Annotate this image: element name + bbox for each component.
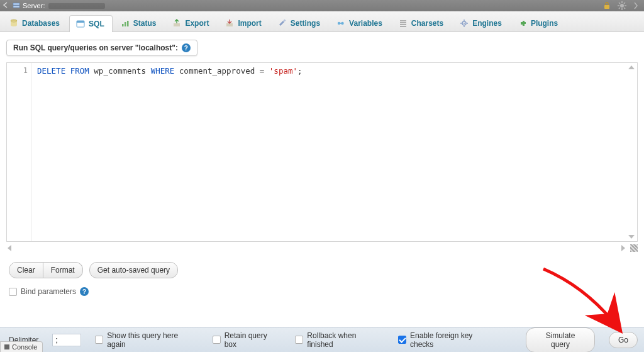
tab-engines[interactable]: Engines bbox=[453, 14, 510, 31]
svg-line-11 bbox=[624, 3, 625, 4]
show-again-checkbox[interactable] bbox=[95, 336, 103, 344]
tab-label: Plugins bbox=[531, 19, 558, 28]
svg-line-8 bbox=[619, 3, 620, 4]
svg-point-29 bbox=[464, 23, 465, 24]
svg-point-3 bbox=[620, 4, 624, 8]
svg-rect-0 bbox=[13, 3, 19, 5]
databases-icon bbox=[9, 19, 18, 28]
export-icon bbox=[172, 19, 181, 28]
import-icon bbox=[225, 19, 234, 28]
scroll-down-icon[interactable] bbox=[628, 235, 635, 239]
sql-editor[interactable]: 1 DELETE FROM wp_comments WHERE comment_… bbox=[6, 62, 638, 242]
svg-rect-15 bbox=[77, 21, 84, 23]
sql-panel: Run SQL query/queries on server "localho… bbox=[0, 32, 644, 301]
clear-button[interactable]: Clear bbox=[9, 262, 43, 278]
fk-checks-checkbox[interactable] bbox=[398, 336, 406, 344]
tab-label: Status bbox=[133, 19, 157, 28]
svg-rect-2 bbox=[604, 5, 609, 9]
tab-plugins[interactable]: Plugins bbox=[511, 14, 566, 31]
svg-rect-18 bbox=[127, 21, 129, 26]
svg-rect-19 bbox=[174, 23, 180, 26]
tab-charsets[interactable]: Charsets bbox=[392, 14, 452, 31]
gear-icon[interactable] bbox=[618, 1, 626, 10]
editor-body[interactable]: DELETE FROM wp_comments WHERE comment_ap… bbox=[32, 63, 637, 241]
get-autosaved-button[interactable]: Get auto-saved query bbox=[89, 262, 178, 278]
help-icon[interactable]: ? bbox=[80, 287, 89, 296]
rollback-label: Rollback when finished bbox=[307, 331, 384, 349]
query-heading: Run SQL query/queries on server "localho… bbox=[13, 43, 178, 52]
svg-rect-21 bbox=[283, 19, 286, 21]
sql-kw: DELETE bbox=[37, 66, 65, 76]
editor-gutter: 1 bbox=[7, 63, 32, 241]
scroll-left-icon[interactable] bbox=[8, 245, 11, 251]
query-heading-box: Run SQL query/queries on server "localho… bbox=[6, 40, 197, 56]
editor-hscroll[interactable] bbox=[6, 243, 638, 253]
delimiter-input[interactable] bbox=[52, 334, 81, 346]
tab-settings[interactable]: Settings bbox=[271, 14, 328, 31]
tab-label: SQL bbox=[89, 20, 104, 28]
sql-string: 'spam' bbox=[269, 66, 297, 76]
bind-params-label: Bind parameters bbox=[21, 287, 76, 296]
editor-buttons: Clear Format Get auto-saved query bbox=[6, 262, 638, 278]
retain-checkbox[interactable] bbox=[213, 336, 221, 344]
tab-status[interactable]: Status bbox=[114, 14, 165, 31]
sql-kw: FROM bbox=[70, 66, 89, 76]
tab-sql[interactable]: SQL bbox=[69, 15, 113, 32]
tab-variables[interactable]: Variables bbox=[330, 14, 391, 31]
go-button[interactable]: Go bbox=[609, 332, 638, 348]
tabbar: Databases SQL Status Export Import Setti… bbox=[0, 11, 644, 32]
bind-params-checkbox[interactable] bbox=[9, 288, 17, 296]
format-button[interactable]: Format bbox=[43, 262, 83, 278]
rollback-checkbox[interactable] bbox=[295, 336, 303, 344]
titlebar-label: Server: bbox=[23, 2, 45, 9]
svg-line-9 bbox=[624, 8, 625, 9]
tab-label: Settings bbox=[291, 19, 320, 28]
svg-rect-17 bbox=[125, 22, 126, 26]
footer-bar: Delimiter Show this query here again Ret… bbox=[0, 327, 644, 352]
sql-punct: ; bbox=[297, 66, 303, 76]
sql-ident: comment_approved bbox=[179, 66, 255, 76]
svg-line-10 bbox=[619, 8, 620, 9]
fk-checks-label: Enable foreign key checks bbox=[410, 331, 498, 349]
tab-label: Import bbox=[238, 19, 261, 28]
show-again-label: Show this query here again bbox=[107, 331, 198, 349]
tab-databases[interactable]: Databases bbox=[3, 14, 68, 31]
simulate-query-button[interactable]: Simulate query bbox=[526, 327, 595, 353]
console-tab[interactable]: Console bbox=[0, 341, 43, 352]
tab-label: Databases bbox=[22, 19, 60, 28]
sql-ident: wp_comments bbox=[94, 66, 146, 76]
tab-label: Export bbox=[185, 19, 209, 28]
tab-label: Charsets bbox=[411, 19, 443, 28]
settings-icon bbox=[278, 19, 287, 28]
svg-rect-1 bbox=[13, 6, 19, 8]
console-icon bbox=[4, 344, 9, 349]
engines-icon bbox=[460, 19, 469, 28]
lock-icon[interactable] bbox=[602, 1, 611, 10]
plugins-icon bbox=[518, 19, 527, 28]
svg-rect-16 bbox=[122, 24, 124, 26]
tab-import[interactable]: Import bbox=[218, 14, 269, 31]
sql-op: = bbox=[260, 66, 265, 76]
charsets-icon bbox=[399, 19, 408, 28]
server-name-redacted bbox=[48, 3, 105, 9]
console-label: Console bbox=[12, 343, 37, 351]
sql-kw: WHERE bbox=[151, 66, 175, 76]
tab-export[interactable]: Export bbox=[165, 14, 217, 31]
back-arrow-icon[interactable] bbox=[3, 2, 10, 9]
bind-params-row: Bind parameters ? bbox=[6, 287, 638, 296]
resize-grip-icon[interactable] bbox=[630, 244, 638, 252]
tab-label: Engines bbox=[472, 19, 502, 28]
server-icon bbox=[13, 2, 20, 9]
status-icon bbox=[121, 19, 130, 28]
chevron-icon[interactable] bbox=[633, 1, 641, 10]
variables-icon bbox=[336, 19, 345, 28]
help-icon[interactable]: ? bbox=[182, 43, 191, 52]
tab-label: Variables bbox=[349, 19, 382, 28]
retain-label: Retain query box bbox=[225, 331, 282, 349]
scroll-up-icon[interactable] bbox=[628, 65, 635, 69]
line-number: 1 bbox=[7, 66, 28, 75]
scroll-right-icon[interactable] bbox=[621, 245, 625, 251]
titlebar: Server: bbox=[0, 0, 644, 11]
sql-icon bbox=[76, 20, 85, 28]
